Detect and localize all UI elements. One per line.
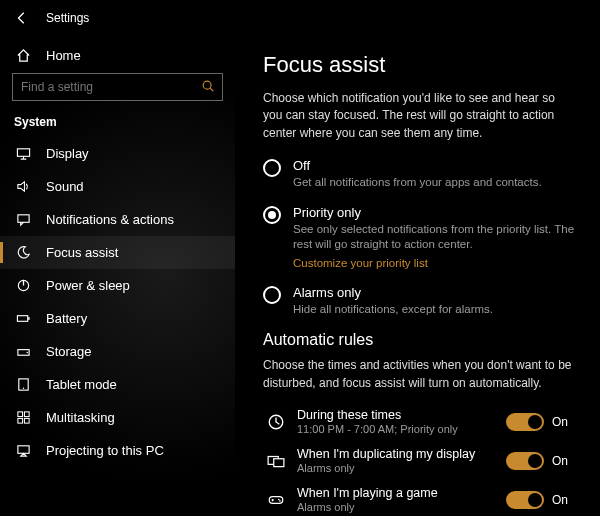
rule-sub: Alarms only — [297, 501, 506, 513]
search-input[interactable] — [12, 73, 223, 101]
sidebar-item-label: Multitasking — [46, 410, 115, 425]
moon-icon — [14, 245, 32, 260]
radio-icon — [263, 206, 281, 224]
svg-rect-14 — [17, 446, 28, 454]
gamepad-icon — [263, 491, 289, 509]
rule-title: When I'm playing a game — [297, 486, 506, 500]
radio-icon — [263, 286, 281, 304]
radio-title: Off — [293, 158, 542, 173]
sidebar-item-projecting[interactable]: Projecting to this PC — [0, 434, 235, 467]
sidebar-item-label: Display — [46, 146, 89, 161]
radio-title: Alarms only — [293, 285, 493, 300]
display-icon — [14, 146, 32, 161]
storage-icon — [14, 344, 32, 359]
radio-alarms-only[interactable]: Alarms only Hide all notifications, exce… — [263, 285, 576, 318]
auto-rules-desc: Choose the times and activities when you… — [263, 357, 576, 392]
auto-rules-title: Automatic rules — [263, 331, 576, 349]
svg-point-19 — [278, 498, 280, 500]
svg-rect-17 — [274, 458, 284, 466]
radio-icon — [263, 159, 281, 177]
rule-during-times[interactable]: During these times 11:00 PM - 7:00 AM; P… — [263, 402, 576, 441]
radio-sub: Hide all notifications, except for alarm… — [293, 302, 493, 318]
svg-rect-1 — [17, 149, 29, 157]
sidebar-item-label: Projecting to this PC — [46, 443, 164, 458]
sidebar-item-power[interactable]: Power & sleep — [0, 269, 235, 302]
svg-rect-10 — [17, 412, 22, 417]
sidebar: Home System Display Sound Notification — [0, 36, 235, 516]
home-button[interactable]: Home — [0, 42, 235, 73]
toggle-switch[interactable] — [506, 413, 544, 431]
sidebar-item-storage[interactable]: Storage — [0, 335, 235, 368]
page-title: Focus assist — [263, 52, 576, 78]
toggle-state: On — [552, 454, 568, 468]
chat-icon — [14, 212, 32, 227]
radio-off[interactable]: Off Get all notifications from your apps… — [263, 158, 576, 191]
sidebar-item-label: Battery — [46, 311, 87, 326]
svg-point-9 — [22, 388, 23, 389]
svg-point-7 — [26, 352, 28, 354]
sidebar-item-label: Notifications & actions — [46, 212, 174, 227]
radio-priority-only[interactable]: Priority only See only selected notifica… — [263, 205, 576, 271]
svg-rect-5 — [28, 317, 29, 320]
radio-sub: Get all notifications from your apps and… — [293, 175, 542, 191]
sidebar-item-sound[interactable]: Sound — [0, 170, 235, 203]
power-icon — [14, 278, 32, 293]
clock-icon — [263, 413, 289, 431]
sound-icon — [14, 179, 32, 194]
svg-rect-13 — [24, 418, 29, 423]
customize-priority-link[interactable]: Customize your priority list — [293, 257, 428, 269]
sidebar-item-label: Sound — [46, 179, 84, 194]
rule-title: During these times — [297, 408, 506, 422]
sidebar-item-label: Storage — [46, 344, 92, 359]
sidebar-item-focus-assist[interactable]: Focus assist — [0, 236, 235, 269]
svg-rect-18 — [269, 496, 283, 503]
multitask-icon — [14, 410, 32, 425]
sidebar-item-tablet[interactable]: Tablet mode — [0, 368, 235, 401]
project-icon — [14, 443, 32, 458]
sidebar-item-battery[interactable]: Battery — [0, 302, 235, 335]
rule-sub: Alarms only — [297, 462, 506, 474]
radio-sub: See only selected notifications from the… — [293, 222, 576, 253]
content-pane: Focus assist Choose which notification y… — [235, 36, 600, 516]
radio-title: Priority only — [293, 205, 576, 220]
svg-rect-12 — [17, 418, 22, 423]
toggle-switch[interactable] — [506, 491, 544, 509]
window-title: Settings — [46, 11, 89, 25]
sidebar-item-label: Tablet mode — [46, 377, 117, 392]
tablet-icon — [14, 377, 32, 392]
home-icon — [14, 48, 32, 63]
page-description: Choose which notification you'd like to … — [263, 90, 576, 142]
sidebar-item-multitasking[interactable]: Multitasking — [0, 401, 235, 434]
sidebar-item-label: Focus assist — [46, 245, 118, 260]
sidebar-item-label: Power & sleep — [46, 278, 130, 293]
rule-playing-game[interactable]: When I'm playing a game Alarms only On — [263, 480, 576, 516]
battery-icon — [14, 311, 32, 326]
svg-rect-11 — [24, 412, 29, 417]
svg-rect-2 — [17, 215, 28, 223]
home-label: Home — [46, 48, 81, 63]
toggle-switch[interactable] — [506, 452, 544, 470]
toggle-state: On — [552, 415, 568, 429]
svg-point-20 — [279, 500, 281, 502]
rule-sub: 11:00 PM - 7:00 AM; Priority only — [297, 423, 506, 435]
section-label: System — [0, 113, 235, 137]
back-icon[interactable] — [12, 11, 32, 25]
sidebar-item-notifications[interactable]: Notifications & actions — [0, 203, 235, 236]
rule-title: When I'm duplicating my display — [297, 447, 506, 461]
dual-screen-icon — [263, 452, 289, 470]
sidebar-item-display[interactable]: Display — [0, 137, 235, 170]
toggle-state: On — [552, 493, 568, 507]
rule-duplicating-display[interactable]: When I'm duplicating my display Alarms o… — [263, 441, 576, 480]
svg-rect-4 — [17, 316, 27, 322]
